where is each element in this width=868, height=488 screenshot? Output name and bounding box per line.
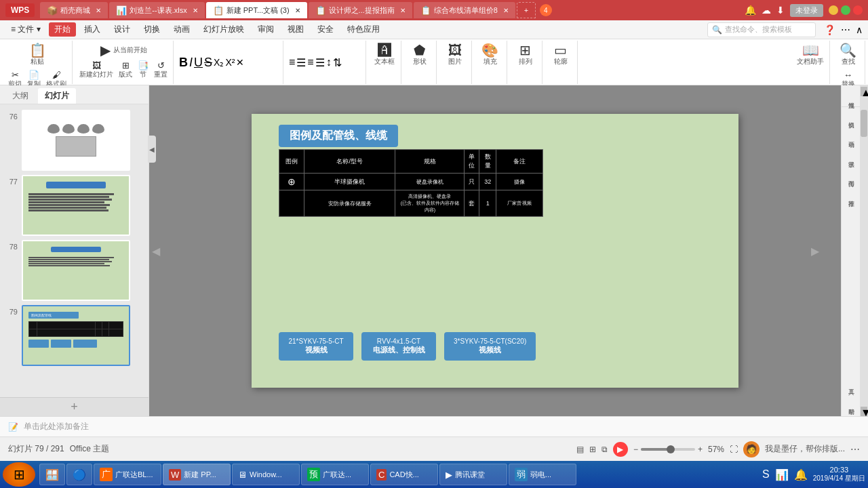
slide-thumb-77[interactable] (22, 175, 130, 236)
cable-box-2[interactable]: RVV-4x1.5-CT 电源线、控制线 (361, 332, 436, 361)
menu-security[interactable]: 安全 (312, 22, 339, 37)
download-icon[interactable]: ⬇ (776, 5, 785, 16)
find-btn[interactable]: 🔍 查找 (838, 42, 858, 68)
notes-placeholder[interactable]: 单击此处添加备注 (24, 421, 89, 432)
menu-file[interactable]: ≡ 文件 ▾ (5, 22, 46, 37)
tab-daoke-close[interactable]: ✕ (96, 7, 101, 14)
search-box[interactable]: 🔍 查找命令、搜索模板 (707, 22, 816, 37)
login-btn[interactable]: 未登录 (790, 4, 823, 17)
tab-layout[interactable]: 📋 综合布线清单组价8 ✕ (414, 2, 515, 18)
tab-ppt-active[interactable]: 📋 新建 PPT...文稿 (3) ✕ (206, 2, 307, 18)
taskbar-app-weak[interactable]: 弱 弱电... (509, 464, 576, 485)
list-item[interactable]: 79 图例及配管线 (4, 305, 144, 366)
tab-design-close[interactable]: ✕ (400, 7, 406, 14)
minimize-icon[interactable]: 🔔 (745, 5, 756, 16)
menu-design[interactable]: 设计 (108, 22, 136, 37)
zoom-plus-btn[interactable]: + (698, 445, 703, 454)
font-clear-btn[interactable]: ✕ (236, 57, 244, 68)
list-item[interactable]: 76 (4, 110, 144, 171)
taskbar-s-icon[interactable]: S (762, 468, 770, 481)
list-item[interactable]: 77 (4, 175, 144, 236)
taskbar-app-tencent[interactable]: ▶ 腾讯课堂 (439, 464, 507, 485)
panel-shape-btn[interactable]: 形状 (842, 147, 860, 166)
justify-btn[interactable]: ☰ (315, 56, 325, 69)
sidebar-collapse-btn[interactable]: ◀ (148, 136, 149, 163)
fullscreen-btn[interactable]: ⛶ (730, 445, 738, 454)
textbox-btn[interactable]: 🅰 文本框 (373, 42, 396, 68)
taskbar-app-ppt[interactable]: W 新建 PP... (163, 464, 231, 485)
view-grid-btn[interactable]: ⊞ (589, 445, 596, 454)
list-item[interactable]: 78 (4, 240, 144, 301)
layout-btn[interactable]: ⊞ 版式 (117, 60, 134, 81)
superscript-btn[interactable]: X² (225, 57, 235, 68)
taskbar-chart-icon[interactable]: 📊 (775, 468, 789, 481)
tab-design[interactable]: 📋 设计师之...提报指南 ✕ (309, 2, 412, 18)
menu-insert[interactable]: 插入 (79, 22, 106, 37)
line-spacing-btn[interactable]: ↕ (326, 56, 332, 68)
taskbar-app-cad[interactable]: C CAD快... (370, 464, 438, 485)
menu-view[interactable]: 视图 (282, 22, 309, 37)
picture-btn[interactable]: 🖼 图片 (447, 42, 463, 68)
panel-tools-btn[interactable]: 工具 (842, 375, 860, 394)
menu-slideshow[interactable]: 幻灯片放映 (198, 22, 250, 37)
slide-thumb-78[interactable] (22, 240, 130, 301)
menu-review[interactable]: 审阅 (252, 22, 279, 37)
view-split-btn[interactable]: ⧉ (601, 445, 608, 454)
zoom-minus-btn[interactable]: − (633, 445, 638, 454)
panel-transition-btn[interactable]: 切换 (842, 108, 860, 127)
menu-special[interactable]: 特色应用 (342, 22, 385, 37)
panel-help-btn[interactable]: 帮助 (842, 394, 860, 413)
frame-btn[interactable]: ▭ 轮廓 (553, 42, 569, 68)
tab-slides[interactable]: 幻灯片 (38, 88, 76, 104)
panel-animation-btn[interactable]: 动画 (842, 127, 860, 146)
align-center-btn[interactable]: ☰ (296, 56, 306, 69)
wps-logo-btn[interactable]: WPS (5, 3, 35, 17)
strikethrough-btn[interactable]: S (204, 56, 212, 70)
tab-xlsx[interactable]: 📊 刘造兰--课表.xlsx ✕ (109, 2, 204, 18)
section-btn[interactable]: 📑 节 (136, 60, 150, 81)
scrollbar[interactable]: ▲ ▼ (860, 85, 868, 416)
zoom-slider[interactable] (641, 448, 695, 451)
collapse-ribbon-icon[interactable]: ∧ (856, 24, 863, 35)
play-btn[interactable]: ▶ (613, 442, 628, 457)
scroll-left-btn[interactable]: ◀ (152, 245, 160, 258)
taskbar-notif-icon[interactable]: 🔔 (794, 468, 808, 481)
subscript-btn[interactable]: X₂ (214, 57, 224, 68)
taskbar-app-gld[interactable]: 广 广联达BL... (94, 464, 161, 485)
panel-recommend-btn[interactable]: 推荐 (842, 186, 860, 205)
menu-animation[interactable]: 动画 (168, 22, 195, 37)
align-left-btn[interactable]: ≡ (289, 56, 295, 68)
shape-btn[interactable]: ⬟ 形状 (412, 42, 428, 68)
new-tab-btn[interactable]: + (517, 2, 536, 18)
underline-btn[interactable]: U (194, 56, 203, 70)
tab-xlsx-close[interactable]: ✕ (193, 7, 198, 14)
taskbar-app-browser[interactable]: 🔵 (66, 464, 92, 485)
taskbar-app-yu[interactable]: 预 广联达... (301, 464, 369, 485)
maximize-btn[interactable] (841, 5, 850, 15)
bold-btn[interactable]: B (179, 56, 188, 70)
text-dir-btn[interactable]: ⇅ (333, 56, 342, 69)
close-btn[interactable] (853, 5, 863, 15)
menu-start[interactable]: 开始 (49, 22, 76, 37)
dochelp-btn[interactable]: 📖 文档助手 (795, 42, 825, 68)
taskbar-app-win[interactable]: 🖥 Window... (232, 464, 300, 485)
cable-box-1[interactable]: 21*SYKV-75-5-CT 视频线 (279, 332, 353, 361)
new-slide-btn[interactable]: 🖼 新建幻灯片 (78, 60, 115, 81)
view-list-btn[interactable]: ▤ (576, 445, 584, 454)
cloud-icon[interactable]: ☁ (762, 5, 771, 16)
panel-properties-btn[interactable]: 属性 (842, 88, 860, 107)
panel-upload-btn[interactable]: 传图 (842, 167, 860, 186)
expand-icon[interactable]: ⋯ (850, 444, 860, 455)
zoom-thumb[interactable] (667, 445, 675, 453)
from-start-btn[interactable]: ▶ 从当前开始 (99, 42, 149, 58)
menu-transition[interactable]: 切换 (138, 22, 165, 37)
minimize-btn[interactable] (829, 5, 838, 15)
scroll-thumb[interactable] (861, 110, 867, 137)
tab-outline[interactable]: 大纲 (5, 88, 35, 104)
align-right-btn[interactable]: ≡ (307, 56, 313, 68)
italic-btn[interactable]: I (189, 56, 193, 70)
slide-thumb-76[interactable] (22, 110, 130, 171)
add-slide-btn[interactable]: + (0, 397, 149, 416)
tab-ppt-close[interactable]: ✕ (295, 7, 300, 14)
taskbar-app-windows[interactable]: 🪟 (39, 464, 65, 485)
